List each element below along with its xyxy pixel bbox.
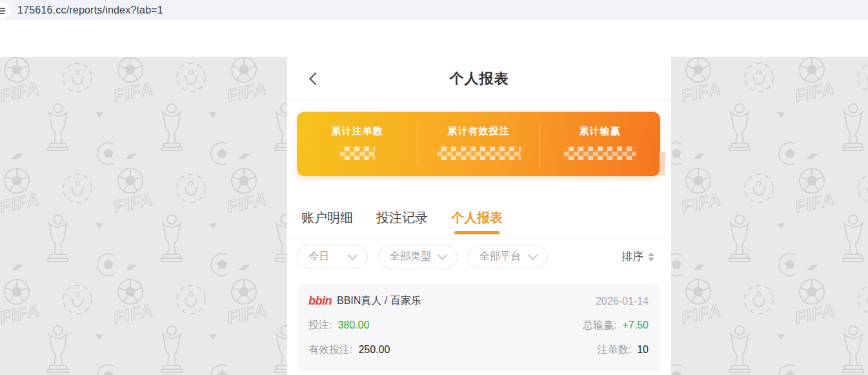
- tab-account-details[interactable]: 账户明细: [301, 199, 353, 239]
- platform-filter-dropdown[interactable]: 全部平台: [468, 245, 548, 269]
- stat-total-bet-count: 累计注单数: [297, 112, 418, 176]
- report-panel: 个人报表 累计注单数 累计有效投注 累计输赢: [287, 57, 671, 375]
- chevron-down-icon: [348, 250, 358, 261]
- tab-bar: 账户明细 投注记录 个人报表: [287, 199, 671, 239]
- stats-summary-card[interactable]: 累计注单数 累计有效投注 累计输赢: [297, 112, 660, 176]
- filter-bar: 今日 全部类型 全部平台 排序: [287, 245, 671, 269]
- stats-section: 累计注单数 累计有效投注 累计输赢: [287, 112, 671, 176]
- valid-bet-label: 有效投注:: [308, 343, 352, 357]
- stat-total-winloss: 累计输赢: [540, 112, 660, 176]
- valid-bet-value: 250.00: [358, 344, 390, 356]
- tab-personal-report[interactable]: 个人报表: [451, 199, 503, 239]
- bet-value: 380.00: [338, 319, 369, 331]
- site-info-icon[interactable]: [0, 2, 10, 19]
- record-row: 有效投注: 250.00 注单数: 10: [308, 343, 649, 357]
- page-title: 个人报表: [450, 69, 509, 88]
- sort-button[interactable]: 排序: [621, 249, 654, 264]
- sort-label: 排序: [621, 249, 643, 264]
- record-header: bbin BBIN真人 / 百家乐 2026-01-14: [308, 294, 649, 308]
- url-text[interactable]: 175616.cc/reports/index?tab=1: [17, 5, 163, 16]
- bet-label: 投注:: [308, 319, 332, 332]
- bet-amount: 投注: 380.00: [308, 319, 369, 332]
- carousel-next-card-peek[interactable]: [660, 152, 665, 176]
- bet-count: 注单数: 10: [598, 343, 649, 357]
- browser-url-bar[interactable]: 175616.cc/reports/index?tab=1: [0, 0, 868, 20]
- date-filter-value: 今日: [308, 250, 329, 263]
- sort-arrows-icon: [648, 252, 654, 261]
- stat-value-redacted: [437, 147, 521, 160]
- platform-filter-value: 全部平台: [479, 250, 521, 263]
- browser-toolbar-spacer: [0, 20, 868, 57]
- stat-label: 累计注单数: [332, 125, 383, 137]
- tab-bet-records[interactable]: 投注记录: [376, 199, 428, 239]
- stat-value-redacted: [564, 147, 636, 160]
- type-filter-value: 全部类型: [390, 250, 431, 263]
- chevron-left-icon: [309, 72, 322, 85]
- page-background: FIFA: [0, 57, 868, 375]
- date-filter-dropdown[interactable]: 今日: [297, 245, 368, 269]
- stat-label: 累计有效投注: [448, 125, 510, 137]
- record-date: 2026-01-14: [596, 296, 649, 307]
- stat-value-redacted: [340, 147, 375, 160]
- type-filter-dropdown[interactable]: 全部类型: [378, 245, 458, 269]
- site-info-glyph: [0, 7, 5, 14]
- winloss-value: +7.50: [623, 319, 649, 331]
- back-button[interactable]: [305, 70, 322, 87]
- sort-down-arrow: [648, 258, 654, 261]
- total-winloss: 总输赢: +7.50: [583, 319, 649, 332]
- bbin-logo: bbin: [308, 294, 332, 308]
- winloss-label: 总输赢:: [583, 319, 616, 332]
- stat-total-valid-bet: 累计有效投注: [418, 112, 539, 176]
- chevron-down-icon: [528, 250, 538, 261]
- stat-label: 累计输赢: [580, 125, 621, 137]
- report-record-card[interactable]: bbin BBIN真人 / 百家乐 2026-01-14 投注: 380.00 …: [297, 284, 660, 371]
- panel-header: 个人报表: [287, 57, 671, 101]
- chevron-down-icon: [438, 250, 448, 261]
- valid-bet-amount: 有效投注: 250.00: [308, 343, 390, 357]
- bet-count-label: 注单数:: [598, 343, 631, 357]
- sort-up-arrow: [648, 252, 654, 256]
- bet-count-value: 10: [637, 344, 649, 356]
- record-provider: BBIN真人 / 百家乐: [337, 294, 421, 308]
- record-row: 投注: 380.00 总输赢: +7.50: [308, 319, 649, 332]
